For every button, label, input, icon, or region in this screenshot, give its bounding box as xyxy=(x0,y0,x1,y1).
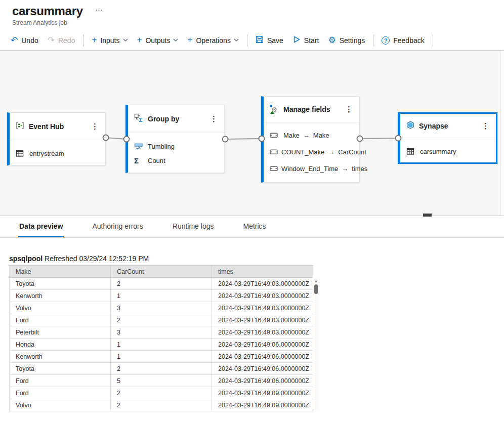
field-mapping-row: COUNT_Make → CarCount xyxy=(264,144,359,160)
canvas-scrollbar[interactable] xyxy=(500,51,504,216)
node-group-by[interactable]: Σ Group by ⋮ Tumbling Σ Count xyxy=(125,105,225,173)
tab-data-preview[interactable]: Data preview xyxy=(18,216,64,237)
field-icon xyxy=(270,166,278,172)
cell-times: 2024-03-29T16:49:06.0000000Z xyxy=(212,375,313,387)
cell-times: 2024-03-29T16:49:06.0000000Z xyxy=(212,363,313,375)
toolbar-divider xyxy=(247,34,247,47)
node-title: Event Hub xyxy=(29,122,90,131)
table-header-row: Make CarCount times xyxy=(10,266,313,278)
table-row[interactable]: Peterbilt32024-03-29T16:49:03.0000000Z xyxy=(10,326,313,339)
table-row[interactable]: Volvo22024-03-29T16:49:09.0000000Z xyxy=(10,399,313,411)
stream-analytics-editor: carsummary ⋯ Stream Analytics job ↶ Undo… xyxy=(0,0,504,422)
sigma-icon: Σ xyxy=(134,156,144,165)
redo-label: Redo xyxy=(58,36,75,45)
page-header: carsummary ⋯ Stream Analytics job xyxy=(0,0,504,30)
feedback-label: Feedback xyxy=(393,36,424,45)
undo-button[interactable]: ↶ Undo xyxy=(6,32,43,49)
toolbar-divider xyxy=(83,34,83,47)
arrow-right-icon: → xyxy=(328,148,334,156)
field-mapping-row: Make → Make xyxy=(264,127,359,144)
kebab-menu-icon[interactable]: ⋮ xyxy=(480,121,491,131)
table-scrollbar[interactable]: ▲ xyxy=(313,278,319,410)
add-outputs-button[interactable]: + Outputs xyxy=(133,32,183,49)
cell-make: Ford xyxy=(10,375,111,387)
preview-table: Make CarCount times Toyota22024-03-29T16… xyxy=(9,265,313,411)
table-row[interactable]: Ford22024-03-29T16:49:09.0000000Z xyxy=(10,387,313,399)
toolbar-divider xyxy=(433,34,433,47)
add-inputs-button[interactable]: + Inputs xyxy=(87,32,132,49)
table-row[interactable]: Ford52024-03-29T16:49:06.0000000Z xyxy=(10,375,313,387)
start-button[interactable]: Start xyxy=(288,32,324,49)
node-row-aggregate: Σ Count xyxy=(128,153,224,167)
add-operations-button[interactable]: + Operations xyxy=(183,32,243,49)
node-synapse[interactable]: Synapse ⋮ carsummary xyxy=(398,112,497,164)
plus-icon: + xyxy=(187,35,192,44)
tab-metrics[interactable]: Metrics xyxy=(242,216,267,237)
output-target-name: carsummary xyxy=(420,148,456,155)
start-icon xyxy=(292,35,301,45)
input-source-name: entrystream xyxy=(29,150,64,157)
table-row[interactable]: Kenworth12024-03-29T16:49:06.0000000Z xyxy=(10,351,313,363)
scroll-up-icon[interactable]: ▲ xyxy=(313,278,319,283)
diagram-canvas[interactable]: Event Hub ⋮ entrystream Σ Group by ⋮ Tum… xyxy=(0,51,504,216)
field-icon xyxy=(270,133,280,138)
cell-carcount: 2 xyxy=(111,314,212,326)
cell-times: 2024-03-29T16:49:06.0000000Z xyxy=(212,339,313,351)
node-event-hub[interactable]: Event Hub ⋮ entrystream xyxy=(7,112,106,165)
cell-times: 2024-03-29T16:49:09.0000000Z xyxy=(212,387,313,399)
node-manage-fields[interactable]: ⚙ Manage fields ⋮ Make → Make COUNT_Make xyxy=(261,96,360,183)
cell-times: 2024-03-29T16:49:03.0000000Z xyxy=(212,290,313,302)
cell-carcount: 1 xyxy=(111,339,212,351)
cell-carcount: 2 xyxy=(111,278,212,290)
tab-authoring-errors[interactable]: Authoring errors xyxy=(91,216,144,237)
cell-make: Kenworth xyxy=(10,290,111,302)
plus-icon: + xyxy=(92,35,97,44)
table-row[interactable]: Kenworth12024-03-29T16:49:03.0000000Z xyxy=(10,290,313,302)
table-row[interactable]: Ford22024-03-29T16:49:03.0000000Z xyxy=(10,314,313,326)
svg-text:Σ: Σ xyxy=(139,117,143,123)
cell-make: Toyota xyxy=(10,363,111,375)
cell-carcount: 1 xyxy=(111,351,212,363)
field-mapping-row: Window_End_Time → times xyxy=(264,160,359,177)
page-title: carsummary xyxy=(12,4,83,18)
aggregate-name: Count xyxy=(148,157,165,164)
kebab-menu-icon[interactable]: ⋮ xyxy=(208,114,219,123)
toolbar: ↶ Undo ↷ Redo + Inputs + Outputs + Opera… xyxy=(0,30,504,51)
scrollbar-thumb[interactable] xyxy=(314,284,318,294)
table-row[interactable]: Volvo32024-03-29T16:49:03.0000000Z xyxy=(10,302,313,314)
cell-carcount: 2 xyxy=(111,363,212,375)
cell-times: 2024-03-29T16:49:03.0000000Z xyxy=(212,314,313,326)
mapping-to: times xyxy=(352,165,367,173)
cell-make: Ford xyxy=(10,387,111,399)
refreshed-text: Refreshed 03/29/24 12:52:19 PM xyxy=(45,255,149,263)
column-header-make[interactable]: Make xyxy=(10,266,111,278)
cell-times: 2024-03-29T16:49:03.0000000Z xyxy=(212,302,313,314)
table-row[interactable]: Honda12024-03-29T16:49:06.0000000Z xyxy=(10,339,313,351)
undo-icon: ↶ xyxy=(11,36,18,45)
settings-label: Settings xyxy=(340,36,365,45)
more-options-icon[interactable]: ⋯ xyxy=(95,6,103,15)
bottom-panel-tabs: Data preview Authoring errors Runtime lo… xyxy=(0,216,504,238)
save-icon xyxy=(256,35,264,45)
synapse-icon xyxy=(406,121,414,131)
kebab-menu-icon[interactable]: ⋮ xyxy=(90,122,100,131)
outputs-label: Outputs xyxy=(145,36,170,45)
settings-button[interactable]: ⚙ Settings xyxy=(323,32,369,49)
column-header-times[interactable]: times xyxy=(212,266,313,278)
cell-times: 2024-03-29T16:49:03.0000000Z xyxy=(212,326,313,339)
preview-table-wrap: Make CarCount times Toyota22024-03-29T16… xyxy=(9,265,319,411)
cell-carcount: 2 xyxy=(111,399,212,411)
table-row[interactable]: Toyota22024-03-29T16:49:03.0000000Z xyxy=(10,278,313,290)
manage-fields-icon: ⚙ xyxy=(270,105,279,114)
table-row[interactable]: Toyota22024-03-29T16:49:06.0000000Z xyxy=(10,363,313,375)
cell-carcount: 3 xyxy=(111,326,212,339)
start-label: Start xyxy=(304,36,319,45)
kebab-menu-icon[interactable]: ⋮ xyxy=(344,105,354,114)
save-button[interactable]: Save xyxy=(251,32,288,49)
panel-resize-handle[interactable] xyxy=(423,214,432,217)
column-header-carcount[interactable]: CarCount xyxy=(111,266,212,278)
mapping-to: CarCount xyxy=(338,148,366,156)
plus-icon: + xyxy=(137,35,142,44)
feedback-button[interactable]: ? Feedback xyxy=(377,32,429,49)
tab-runtime-logs[interactable]: Runtime logs xyxy=(172,216,215,237)
